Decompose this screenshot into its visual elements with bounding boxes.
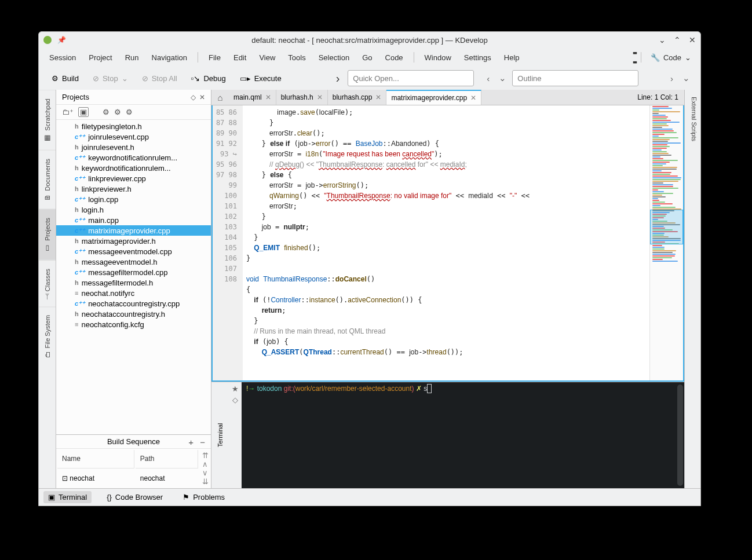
file-row[interactable]: hmessagefiltermodel.h [56, 277, 211, 288]
tree-icon[interactable]: 🗀⁺ [62, 108, 74, 116]
add-button[interactable]: + [188, 437, 194, 447]
menu-edit[interactable]: Edit [228, 51, 252, 64]
execute-button[interactable]: ▭▸Execute [234, 72, 287, 85]
tab-external-scripts[interactable]: External Scripts [685, 90, 700, 148]
pin-icon[interactable]: 📌 [57, 36, 66, 44]
collapse-icon[interactable]: ▣ [78, 107, 89, 117]
file-row[interactable]: hmessageeventmodel.h [56, 257, 211, 267]
menu-settings[interactable]: Settings [458, 51, 497, 64]
file-row[interactable]: c⁺⁺messageeventmodel.cpp [56, 246, 211, 257]
tab-projects[interactable]: ▭Projects [39, 209, 56, 260]
remove-button[interactable]: − [200, 437, 205, 447]
file-row[interactable]: c⁺⁺messagefiltermodel.cpp [56, 267, 211, 277]
chevron-right-icon[interactable]: › [330, 72, 346, 85]
close-tab-icon[interactable]: ✕ [470, 94, 476, 102]
stop-button[interactable]: ⊘Stop ⌄ [87, 72, 134, 85]
apps-icon[interactable]: ▪▪▪▪ [633, 48, 636, 67]
menu-window[interactable]: Window [419, 51, 457, 64]
file-row[interactable]: c⁺⁺joinrulesevent.cpp [56, 131, 211, 142]
menu-project[interactable]: Project [83, 51, 118, 64]
build-button[interactable]: ⚙Build [46, 72, 85, 85]
gear-icon[interactable]: ⚙ [114, 108, 121, 116]
close-tab-icon[interactable]: ✕ [375, 93, 381, 101]
close-tab-icon[interactable]: ✕ [317, 93, 323, 101]
close-icon[interactable]: ✕ [689, 35, 696, 45]
bottom-tab-code-browser[interactable]: {}Code Browser [102, 491, 167, 503]
move-down-icon[interactable]: ∨ [202, 469, 208, 477]
file-row[interactable]: hlogin.h [56, 204, 211, 215]
maximize-icon[interactable]: ⌃ [674, 35, 681, 45]
file-row[interactable]: ≡neochatconfig.kcfg [56, 319, 211, 330]
gear-icon[interactable]: ⚙ [103, 108, 109, 116]
diamond-icon[interactable]: ◇ [191, 93, 196, 101]
code-mode-button[interactable]: 🔧 Code ⌄ [646, 51, 696, 64]
menu-go[interactable]: Go [356, 51, 378, 64]
gear-icon[interactable]: ⚙ [126, 108, 133, 116]
stop-icon: ⊘ [142, 74, 148, 83]
file-row[interactable]: hkeywordnotificationrulem... [56, 163, 211, 173]
menu-navigation[interactable]: Navigation [146, 51, 193, 64]
move-top-icon[interactable]: ⇈ [202, 451, 209, 460]
menu-session[interactable]: Session [43, 51, 82, 64]
col-path[interactable]: Path [136, 450, 198, 469]
move-bottom-icon[interactable]: ⇊ [202, 477, 209, 486]
chevron-down-icon[interactable]: ⌄ [679, 72, 693, 85]
chevron-right-icon[interactable]: › [667, 72, 677, 85]
tab-classes[interactable]: ᛘClasses [39, 260, 56, 306]
editor-tab[interactable]: matriximageprovider.cpp✕ [386, 90, 481, 105]
outline-input[interactable] [512, 70, 638, 86]
file-row[interactable]: hfiletypesingleton.h [56, 121, 211, 131]
terminal-tab-label[interactable]: Terminal [211, 382, 229, 488]
editor-tab[interactable]: blurhash.h✕ [276, 90, 328, 105]
quick-open-input[interactable] [348, 70, 474, 86]
classes-icon: ᛘ [45, 292, 49, 301]
menu-run[interactable]: Run [119, 51, 145, 64]
bottom-tab-terminal[interactable]: ▣Terminal [43, 491, 92, 503]
minimap-viewport[interactable] [650, 210, 683, 244]
code-content[interactable]: image.save(localFile); } errorStr.clear(… [243, 105, 649, 380]
tab-documents[interactable]: 🗎Documents [39, 150, 56, 210]
next-button[interactable]: ⌄ [495, 72, 510, 85]
move-up-icon[interactable]: ∧ [202, 460, 208, 469]
file-row[interactable]: c⁺⁺matriximageprovider.cpp [56, 225, 211, 236]
code-editor[interactable]: 85 86 87 88 89 90 91 92 93 ↪ 95 96 97 98… [211, 105, 684, 382]
terminal[interactable]: !→ tokodon git:(work/carl/remember-selec… [242, 382, 684, 488]
file-row[interactable]: hmatriximageprovider.h [56, 236, 211, 246]
debug-button[interactable]: ▫↘Debug [185, 72, 232, 85]
menu-view[interactable]: View [253, 51, 281, 64]
file-row[interactable]: hlinkpreviewer.h [56, 184, 211, 194]
menu-selection[interactable]: Selection [313, 51, 355, 64]
bookmark-icon[interactable]: ★ [232, 385, 239, 393]
editor-tab[interactable]: main.qml✕ [229, 90, 276, 105]
file-row[interactable]: c⁺⁺neochataccountregistry.cpp [56, 298, 211, 309]
table-row[interactable]: ⊡ neochatneochat [57, 470, 198, 487]
tab-scratchpad[interactable]: ▦Scratchpad [39, 90, 56, 150]
menu-tools[interactable]: Tools [282, 51, 311, 64]
file-row[interactable]: c⁺⁺main.cpp [56, 215, 211, 225]
bottom-tab-problems[interactable]: ⚑Problems [178, 491, 229, 503]
stop-all-button[interactable]: ⊘Stop All [136, 72, 183, 85]
file-row[interactable]: hneochataccountregistry.h [56, 309, 211, 319]
file-row[interactable]: c⁺⁺login.cpp [56, 194, 211, 204]
prev-button[interactable]: ‹ [483, 72, 493, 85]
diamond-icon[interactable]: ◇ [232, 396, 238, 404]
menu-file[interactable]: File [203, 51, 227, 64]
panel-close-icon[interactable]: ✕ [199, 93, 205, 101]
tab-filesystem[interactable]: 🗀File System [39, 306, 56, 367]
editor-tab[interactable]: blurhash.cpp✕ [328, 90, 387, 105]
minimize-icon[interactable]: ⌄ [659, 35, 666, 45]
file-row[interactable]: hjoinrulesevent.h [56, 142, 211, 152]
file-row[interactable]: ≡neochat.notifyrc [56, 288, 211, 298]
file-row[interactable]: c⁺⁺linkpreviewer.cpp [56, 173, 211, 184]
file-row[interactable]: c⁺⁺keywordnotificationrulem... [56, 152, 211, 163]
gear-icon: ⚙ [52, 74, 59, 83]
close-tab-icon[interactable]: ✕ [265, 93, 271, 101]
file-tree[interactable]: hfiletypesingleton.hc⁺⁺joinrulesevent.cp… [56, 120, 211, 434]
minimap[interactable] [649, 105, 683, 380]
col-name[interactable]: Name [57, 450, 134, 469]
menu-help[interactable]: Help [498, 51, 525, 64]
h-file-icon: h [75, 185, 79, 192]
tab-home-icon[interactable]: ⌂ [211, 90, 229, 105]
terminal-scrollbar[interactable] [677, 385, 683, 486]
menu-code[interactable]: Code [379, 51, 409, 64]
